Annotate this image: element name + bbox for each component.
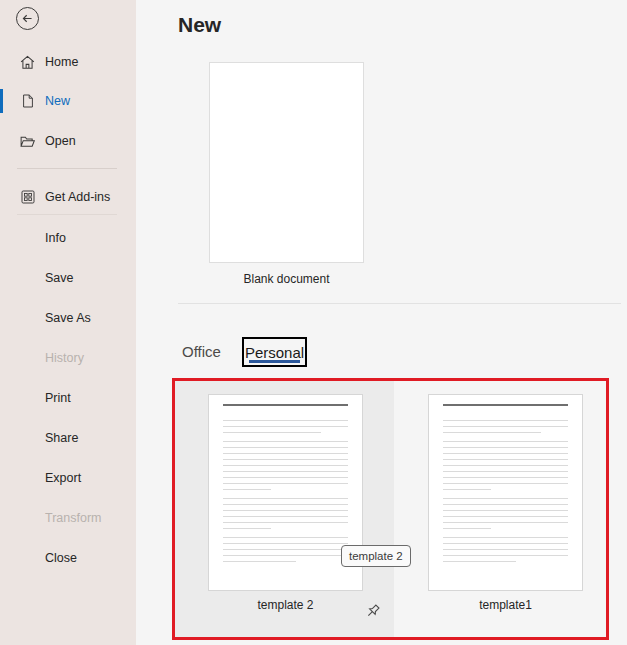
template-label: template1 [428,598,583,612]
new-document-icon [19,93,36,110]
sidebar-item-history: History [0,343,136,373]
sidebar-item-label: Save As [45,311,91,325]
sidebar-item-label: Export [45,471,81,485]
sidebar-item-get-add-ins[interactable]: Get Add-ins [0,182,136,212]
sidebar-item-label: New [45,94,70,108]
thumbnail-text-block [443,441,568,490]
sidebar-item-label: Save [45,271,74,285]
sidebar-item-label: Print [45,391,71,405]
open-folder-icon [19,133,36,150]
sidebar-item-open[interactable]: Open [0,126,136,156]
tab-personal-label: Personal [245,344,304,361]
sidebar-divider [17,168,117,169]
sidebar-item-label: Share [45,431,78,445]
sidebar-item-label: Get Add-ins [45,190,110,204]
sidebar-item-close[interactable]: Close [0,543,136,573]
thumbnail-text-block [223,441,348,490]
sidebar-item-new[interactable]: New [0,86,136,116]
sidebar-item-home[interactable]: Home [0,47,136,77]
thumbnail-text-block [223,420,348,433]
sidebar-divider [17,214,117,215]
sidebar-item-label: Open [45,134,76,148]
blank-document-card[interactable] [209,62,364,263]
sidebar-item-label: Info [45,231,66,245]
word-backstage-new-screen: Home New Open [0,0,627,645]
sidebar-item-info[interactable]: Info [0,223,136,253]
template-card-template-2[interactable] [208,394,363,591]
thumbnail-text-block [223,498,348,529]
tooltip: template 2 [341,545,411,567]
sidebar-item-print[interactable]: Print [0,383,136,413]
add-ins-grid-icon [19,189,36,206]
sidebar-item-label: History [45,351,84,365]
thumbnail-text-block [443,420,568,433]
thumbnail-text-block [443,537,568,562]
blank-document-label: Blank document [209,272,364,286]
tab-office[interactable]: Office [182,343,221,361]
thumbnail-title-line [223,404,348,406]
template-card-template1[interactable] [428,394,583,591]
back-button[interactable] [16,7,39,30]
thumbnail-title-line [443,404,568,406]
section-divider [178,303,621,304]
page-title: New [178,13,221,37]
back-arrow-icon [21,12,34,25]
pin-icon [363,602,382,621]
tab-selected-underline [249,360,300,363]
tab-personal[interactable]: Personal [242,337,307,367]
thumbnail-text-block [443,498,568,529]
sidebar-item-label: Close [45,551,77,565]
backstage-sidebar: Home New Open [0,0,136,645]
sidebar-item-transform: Transform [0,503,136,533]
home-icon [19,54,36,71]
template-label: template 2 [208,598,363,612]
pin-button[interactable] [362,601,383,622]
sidebar-item-save[interactable]: Save [0,263,136,293]
sidebar-item-share[interactable]: Share [0,423,136,453]
sidebar-item-save-as[interactable]: Save As [0,303,136,333]
sidebar-item-label: Transform [45,511,102,525]
sidebar-item-export[interactable]: Export [0,463,136,493]
sidebar-item-label: Home [45,55,78,69]
thumbnail-text-block [223,537,348,562]
new-document-pane: New Blank document Office Personal templ… [136,0,627,645]
